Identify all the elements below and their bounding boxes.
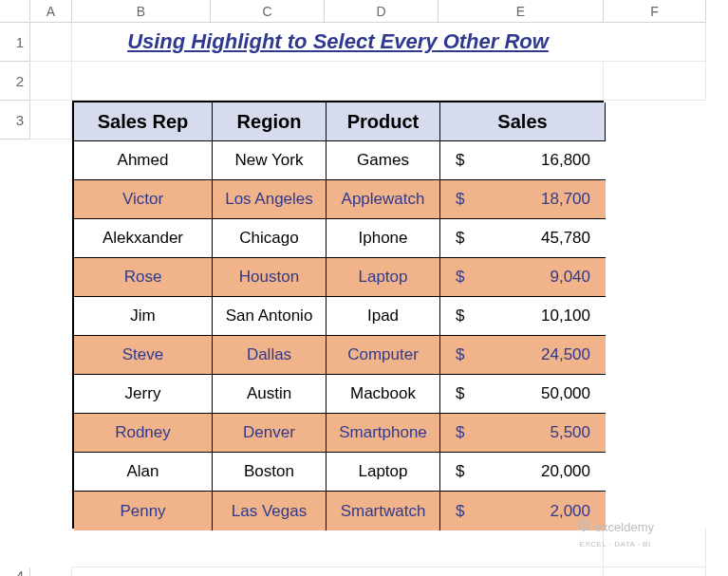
cell-rep[interactable]: Ahmed [74, 141, 213, 180]
cell-A2[interactable] [30, 62, 72, 101]
cell-rep[interactable]: Jim [74, 297, 213, 336]
cell-B2E2[interactable] [72, 62, 604, 101]
cell-product[interactable]: Ipad [327, 297, 440, 336]
cell-F1[interactable] [604, 23, 706, 62]
cell-F3[interactable] [604, 529, 706, 567]
cell-sales[interactable]: $9,040 [440, 258, 606, 297]
cell-A1[interactable] [30, 23, 72, 62]
data-table: Sales Rep Region Product Sales AhmedNew … [72, 101, 604, 529]
cell-A4[interactable] [30, 567, 72, 576]
col-header-D[interactable]: D [325, 0, 439, 23]
select-all-corner[interactable] [0, 0, 30, 23]
sales-amount: 18,700 [541, 190, 590, 209]
cell-sales[interactable]: $24,500 [440, 336, 606, 375]
cell-rep[interactable]: Rodney [74, 414, 213, 453]
th-product[interactable]: Product [327, 102, 440, 141]
cell-product[interactable]: Laptop [327, 453, 440, 492]
cell-product[interactable]: Laptop [327, 258, 440, 297]
sales-amount: 50,000 [541, 384, 590, 403]
cell-region[interactable]: Las Vegas [213, 492, 327, 530]
cell-sales[interactable]: $10,100 [440, 297, 606, 336]
cell-region[interactable]: Dallas [213, 336, 327, 375]
col-header-E[interactable]: E [439, 0, 604, 23]
cell-rep[interactable]: Jerry [74, 375, 213, 414]
cell-product[interactable]: Computer [327, 336, 440, 375]
currency-symbol: $ [456, 268, 464, 287]
cell-region[interactable]: Los Angeles [213, 180, 327, 219]
cell-rep[interactable]: Steve [74, 336, 213, 375]
cell-product[interactable]: Smartphone [327, 414, 440, 453]
currency-symbol: $ [456, 229, 464, 248]
cell-F2[interactable] [604, 62, 706, 101]
cell-sales[interactable]: $5,500 [440, 414, 606, 453]
cell-F4[interactable] [604, 567, 706, 576]
currency-symbol: $ [456, 190, 464, 209]
cell-product[interactable]: Macbook [327, 375, 440, 414]
sales-amount: 2,000 [550, 502, 590, 521]
currency-symbol: $ [456, 423, 464, 442]
currency-symbol: $ [456, 151, 464, 170]
cell-A3[interactable] [30, 101, 72, 139]
currency-symbol: $ [456, 384, 464, 403]
currency-symbol: $ [456, 462, 464, 481]
cell-region[interactable]: Denver [213, 414, 327, 453]
sales-amount: 45,780 [541, 229, 590, 248]
th-sales[interactable]: Sales [440, 102, 606, 141]
th-region[interactable]: Region [213, 102, 327, 141]
cell-region[interactable]: Boston [213, 453, 327, 492]
cell-sales[interactable]: $50,000 [440, 375, 606, 414]
col-header-F[interactable]: F [604, 0, 706, 23]
row-header-1[interactable]: 1 [0, 23, 30, 62]
sales-amount: 10,100 [541, 307, 590, 325]
cell-rep[interactable]: Alekxander [74, 219, 213, 258]
cell-rep[interactable]: Rose [74, 258, 213, 297]
sales-amount: 24,500 [541, 345, 590, 364]
cell-region[interactable]: Houston [213, 258, 327, 297]
currency-symbol: $ [456, 502, 464, 521]
cell-row3-body[interactable] [72, 529, 604, 567]
spreadsheet-grid: A B C D E F 1 Using Highlight to Select … [0, 0, 706, 576]
row-header-2[interactable]: 2 [0, 62, 30, 101]
page-title: Using Highlight to Select Every Other Ro… [72, 23, 604, 62]
cell-region[interactable]: San Antonio [213, 297, 327, 336]
col-header-A[interactable]: A [30, 0, 72, 23]
cell-region[interactable]: Austin [213, 375, 327, 414]
row-header-3[interactable]: 3 [0, 101, 30, 139]
sales-amount: 20,000 [541, 462, 590, 481]
cell-rep[interactable]: Victor [74, 180, 213, 219]
cell-product[interactable]: Smartwatch [327, 492, 440, 530]
row-header-4[interactable]: 4 [0, 567, 30, 576]
col-header-C[interactable]: C [211, 0, 325, 23]
cell-row4-body[interactable] [72, 567, 604, 576]
currency-symbol: $ [456, 345, 464, 364]
sales-amount: 9,040 [550, 268, 590, 287]
th-sales-rep[interactable]: Sales Rep [74, 102, 213, 141]
cell-rep[interactable]: Penny [74, 492, 213, 530]
cell-rep[interactable]: Alan [74, 453, 213, 492]
cell-sales[interactable]: $45,780 [440, 219, 606, 258]
cell-region[interactable]: New York [213, 141, 327, 180]
cell-product[interactable]: Games [327, 141, 440, 180]
cell-sales[interactable]: $18,700 [440, 180, 606, 219]
cell-product[interactable]: Iphone [327, 219, 440, 258]
sales-amount: 5,500 [550, 423, 590, 442]
cell-region[interactable]: Chicago [213, 219, 327, 258]
cell-sales[interactable]: $2,000 [440, 492, 606, 530]
sales-amount: 16,800 [541, 151, 590, 170]
cell-sales[interactable]: $20,000 [440, 453, 606, 492]
cell-product[interactable]: Applewatch [327, 180, 440, 219]
col-header-B[interactable]: B [72, 0, 211, 23]
currency-symbol: $ [456, 307, 464, 325]
cell-sales[interactable]: $16,800 [440, 141, 606, 180]
